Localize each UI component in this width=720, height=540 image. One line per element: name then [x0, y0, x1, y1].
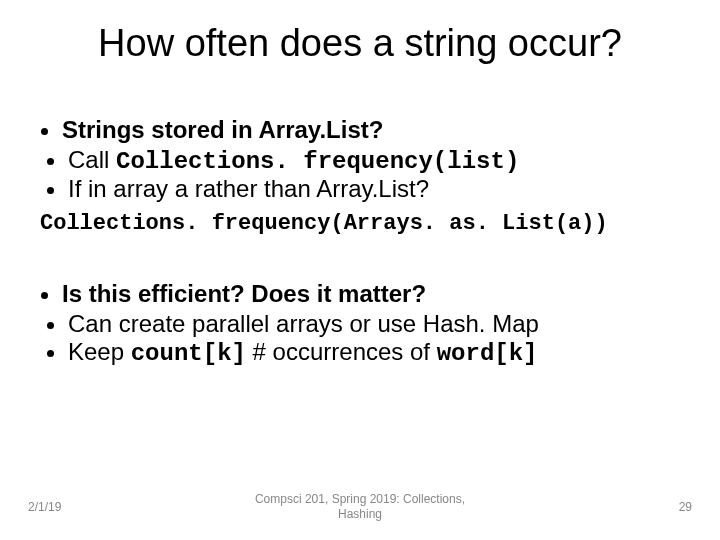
text-keep: Keep	[68, 338, 131, 365]
bullet-is-efficient: Is this efficient? Does it matter?	[62, 280, 680, 308]
bullet-parallel-arrays: Can create parallel arrays or use Hash. …	[68, 310, 680, 338]
code-collections-frequency: Collections. frequency(list)	[116, 148, 519, 175]
code-arrays-aslist: Collections. frequency(Arrays. as. List(…	[40, 211, 680, 236]
bullet-list: Strings stored in Array.List?	[40, 116, 680, 144]
slide-body: Strings stored in Array.List? Call Colle…	[40, 116, 680, 375]
code-count-k: count[k]	[131, 340, 246, 367]
footer-course-line2: Hashing	[338, 507, 382, 521]
sub-bullet-list-2: Can create parallel arrays or use Hash. …	[40, 310, 680, 367]
text-occurrences: # occurrences of	[246, 338, 437, 365]
code-word-k: word[k]	[437, 340, 538, 367]
bullet-list-2: Is this efficient? Does it matter?	[40, 280, 680, 308]
spacer	[40, 252, 680, 280]
bullet-if-in-array: If in array a rather than Array.List?	[68, 175, 680, 203]
text-call: Call	[68, 146, 116, 173]
footer-course-line1: Compsci 201, Spring 2019: Collections,	[255, 492, 465, 506]
sub-bullet-list-1: Call Collections. frequency(list) If in …	[40, 146, 680, 203]
slide: How often does a string occur? Strings s…	[0, 0, 720, 540]
bullet-keep-count: Keep count[k] # occurrences of word[k]	[68, 338, 680, 367]
footer-center: Compsci 201, Spring 2019: Collections, H…	[0, 492, 720, 522]
footer-page-number: 29	[679, 500, 692, 514]
bullet-call-collections: Call Collections. frequency(list)	[68, 146, 680, 175]
bullet-strings-stored: Strings stored in Array.List?	[62, 116, 680, 144]
slide-title: How often does a string occur?	[0, 22, 720, 65]
